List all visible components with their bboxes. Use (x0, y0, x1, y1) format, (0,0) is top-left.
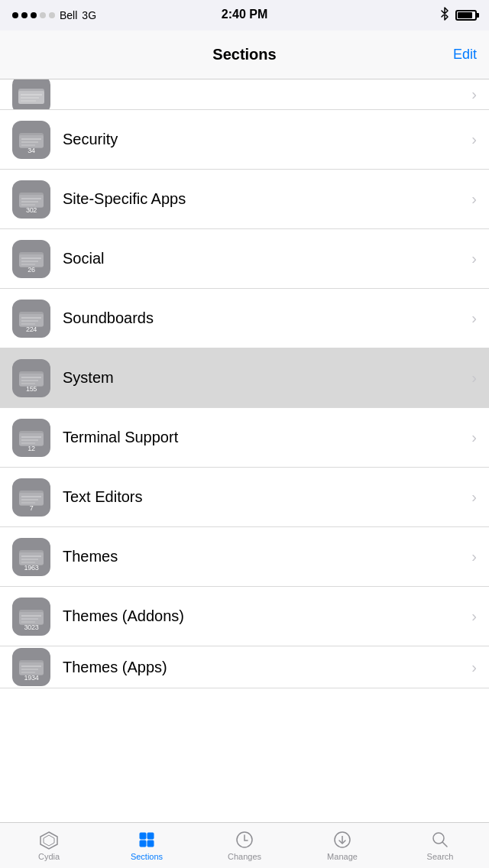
folder-icon (12, 79, 50, 110)
svg-rect-58 (147, 833, 154, 839)
tab-search[interactable]: Search (391, 830, 489, 861)
folder-number-terminal-support: 12 (28, 445, 34, 452)
folder-icon-terminal-support: 12 (12, 419, 50, 457)
svg-marker-56 (44, 835, 54, 846)
folder-icon-security: 34 (12, 121, 50, 159)
chevron-partial: › (471, 86, 477, 103)
status-time: 2:40 PM (222, 8, 267, 21)
tab-label-sections: Sections (131, 852, 163, 861)
folder-number-soundboards: 224 (26, 326, 37, 333)
svg-rect-41 (19, 552, 44, 565)
tab-label-changes: Changes (228, 852, 261, 861)
svg-rect-60 (147, 840, 154, 847)
folder-number-themes-apps: 1934 (24, 674, 39, 682)
dot-2 (21, 12, 28, 18)
list-item-security[interactable]: 34 Security › (0, 110, 489, 170)
chevron-themes-addons: › (471, 607, 477, 625)
tab-label-search: Search (427, 852, 454, 861)
folder-icon-soundboards: 224 (12, 300, 50, 338)
svg-rect-11 (19, 195, 44, 207)
list-item-soundboards[interactable]: 224 Soundboards › (0, 289, 489, 348)
folder-icon-themes-addons: 3023 (12, 598, 50, 636)
folder-number-social: 26 (28, 266, 34, 274)
svg-line-65 (442, 842, 447, 847)
svg-marker-55 (40, 832, 57, 849)
list-item-terminal-support[interactable]: 12 Terminal Support › (0, 408, 489, 468)
status-left: Bell 3G (12, 9, 96, 21)
chevron-themes: › (471, 548, 477, 565)
changes-icon (235, 830, 254, 850)
list-item-partial-top[interactable]: › (0, 79, 489, 110)
tab-sections[interactable]: Sections (98, 830, 196, 861)
nav-title: Sections (212, 46, 276, 63)
item-label-themes: Themes (63, 548, 465, 565)
folder-number-site-specific-apps: 302 (26, 206, 37, 214)
tab-changes[interactable]: Changes (196, 830, 293, 861)
list-item-system[interactable]: 155 System › (0, 348, 489, 408)
folder-number-themes: 1963 (24, 564, 39, 572)
chevron-social: › (471, 250, 477, 267)
dot-4 (40, 12, 46, 18)
chevron-system: › (471, 369, 477, 387)
tab-label-manage: Manage (327, 852, 358, 861)
cydia-icon (39, 830, 59, 850)
folder-number-security: 34 (28, 147, 34, 154)
svg-rect-6 (19, 135, 44, 147)
search-icon (430, 830, 450, 850)
folder-icon-themes-apps: 1934 (12, 648, 50, 686)
item-label-soundboards: Soundboards (63, 309, 465, 327)
item-label-themes-addons: Themes (Addons) (63, 607, 465, 625)
battery-fill (458, 12, 472, 18)
chevron-site-specific-apps: › (471, 190, 477, 208)
list-item-themes-addons[interactable]: 3023 Themes (Addons) › (0, 587, 489, 646)
carrier-label: Bell (60, 9, 77, 21)
list-item-themes[interactable]: 1963 Themes › (0, 527, 489, 587)
list-item-social[interactable]: 26 Social › (0, 229, 489, 289)
item-label-system: System (63, 369, 465, 387)
svg-rect-57 (140, 833, 146, 839)
item-label-text-editors: Text Editors (63, 488, 465, 506)
svg-rect-36 (19, 493, 44, 505)
list-item-site-specific-apps[interactable]: 302 Site-Specific Apps › (0, 170, 489, 229)
tab-manage[interactable]: Manage (293, 830, 391, 861)
chevron-text-editors: › (471, 488, 477, 506)
folder-icon-social: 26 (12, 240, 50, 278)
item-label-security: Security (63, 131, 465, 148)
nav-bar: Sections Edit (0, 31, 489, 79)
list-item-text-editors[interactable]: 7 Text Editors › (0, 468, 489, 527)
folder-icon-system: 155 (12, 359, 50, 397)
folder-number-themes-addons: 3023 (24, 623, 39, 631)
status-bar: Bell 3G 2:40 PM (0, 0, 489, 31)
network-label: 3G (82, 9, 96, 21)
dot-5 (49, 12, 55, 18)
svg-rect-16 (19, 254, 44, 267)
svg-rect-59 (140, 840, 146, 847)
battery-icon (455, 10, 477, 21)
svg-rect-26 (19, 374, 44, 386)
manage-icon (332, 830, 352, 850)
tab-label-cydia: Cydia (38, 852, 60, 861)
folder-icon-partial (12, 79, 50, 110)
tab-cydia[interactable]: Cydia (0, 830, 98, 861)
status-right (440, 7, 477, 24)
tab-bar: Cydia Sections Changes (0, 822, 489, 868)
svg-rect-51 (19, 662, 44, 675)
item-label-site-specific-apps: Site-Specific Apps (63, 190, 465, 208)
item-label-social: Social (63, 250, 465, 267)
folder-icon-site-specific-apps: 302 (12, 180, 50, 219)
folder-icon-text-editors: 7 (12, 478, 50, 517)
sections-list: › 34 Security › 302 (0, 79, 489, 822)
svg-rect-21 (19, 314, 44, 326)
sections-icon (137, 830, 157, 850)
folder-number-system: 155 (26, 385, 37, 393)
dot-3 (31, 12, 37, 18)
chevron-themes-apps: › (471, 659, 477, 676)
signal-dots (12, 12, 55, 18)
folder-number-text-editors: 7 (30, 504, 34, 512)
svg-rect-46 (19, 612, 44, 624)
list-item-themes-apps[interactable]: 1934 Themes (Apps) › (0, 646, 489, 688)
svg-rect-31 (19, 433, 44, 445)
edit-button[interactable]: Edit (453, 47, 477, 63)
dot-1 (12, 12, 18, 18)
folder-icon-themes: 1963 (12, 538, 50, 576)
